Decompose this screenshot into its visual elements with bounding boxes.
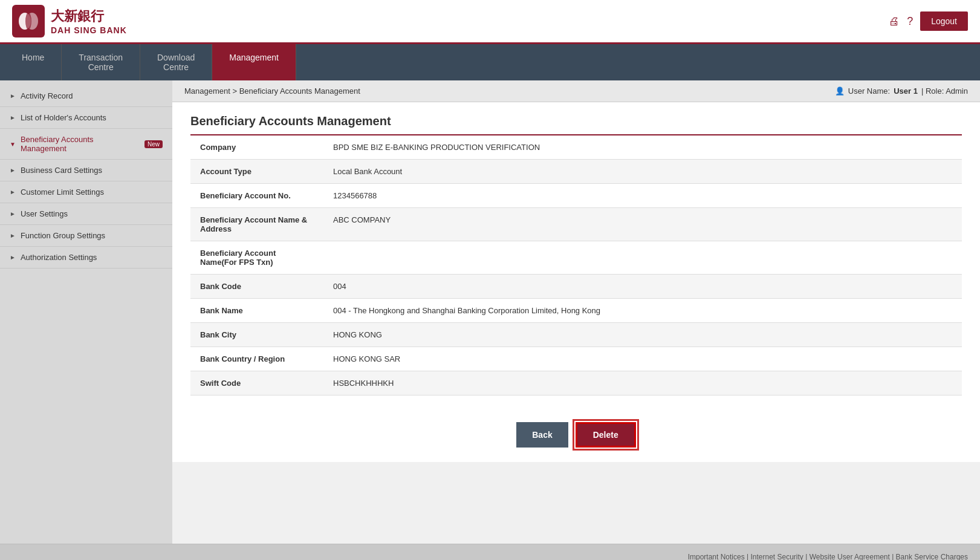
footer-line-1: Important Notices | Internet Security | … [12,553,968,560]
chevron-down-icon: ▼ [10,141,16,148]
field-label: Bank City [190,323,323,347]
user-name-label: User Name: [848,86,890,96]
top-header: 大新銀行 DAH SING BANK 🖨 ? Logout [0,0,980,44]
table-row: Beneficiary Account No.1234566788 [190,184,962,208]
chevron-right-icon: ► [10,93,16,99]
table-row: Account TypeLocal Bank Account [190,160,962,184]
field-value: 1234566788 [323,184,962,208]
back-button[interactable]: Back [516,422,568,448]
print-icon[interactable]: 🖨 [889,15,900,28]
breadcrumb: Management > Beneficiary Accounts Manage… [184,86,360,96]
sidebar: ► Activity Record ► List of Holder's Acc… [0,80,172,544]
table-row: Beneficiary Account Name(For FPS Txn) [190,241,962,275]
table-row: Bank Code004 [190,275,962,299]
user-info: 👤 User Name: User 1 | Role: Admin [835,86,968,96]
new-badge: New [144,140,163,148]
sidebar-item-customer-limit[interactable]: ► Customer Limit Settings [0,181,172,203]
field-value: 004 [323,275,962,299]
table-row: Bank Country / RegionHONG KONG SAR [190,347,962,371]
sidebar-item-authorization[interactable]: ► Authorization Settings [0,247,172,269]
nav-transaction-centre[interactable]: Transaction Centre [62,44,140,80]
sidebar-item-business-card[interactable]: ► Business Card Settings [0,160,172,181]
user-icon: 👤 [835,86,845,96]
button-row: Back Delete [172,408,980,462]
field-label: Account Type [190,160,323,184]
field-value: BPD SME BIZ E-BANKING PRODUCTION VERIFIC… [323,135,962,160]
logo-english: DAH SING BANK [51,25,127,35]
field-label: Company [190,135,323,160]
page-title: Beneficiary Accounts Management [190,114,962,135]
logo-text: 大新銀行 DAH SING BANK [51,7,127,35]
logo-area: 大新銀行 DAH SING BANK [12,5,127,37]
chevron-right-icon: ► [10,189,16,195]
nav-download-centre[interactable]: Download Centre [140,44,212,80]
sidebar-item-function-group[interactable]: ► Function Group Settings [0,225,172,247]
table-row: Bank CityHONG KONG [190,323,962,347]
footer: Important Notices | Internet Security | … [0,544,980,560]
field-value: HONG KONG SAR [323,347,962,371]
field-label: Bank Code [190,275,323,299]
field-value: 004 - The Hongkong and Shanghai Banking … [323,299,962,323]
bank-logo-icon [12,5,45,37]
sidebar-item-list-of-holders[interactable]: ► List of Holder's Accounts [0,107,172,129]
field-value [323,241,962,275]
field-value: HSBCHKHHHKH [323,371,962,396]
user-name-value: User 1 [894,86,918,96]
chevron-right-icon: ► [10,232,16,239]
table-row: Beneficiary Account Name & AddressABC CO… [190,208,962,241]
field-label: Swift Code [190,371,323,396]
help-icon[interactable]: ? [907,15,913,28]
nav-management[interactable]: Management [212,44,296,80]
chevron-right-icon: ► [10,167,16,174]
nav-bar: Home Transaction Centre Download Centre … [0,44,980,80]
main-layout: ► Activity Record ► List of Holder's Acc… [0,80,980,544]
header-actions: 🖨 ? Logout [889,11,968,31]
field-value: ABC COMPANY [323,208,962,241]
table-row: Bank Name004 - The Hongkong and Shanghai… [190,299,962,323]
delete-button[interactable]: Delete [576,422,636,448]
main-content: Management > Beneficiary Accounts Manage… [172,80,980,544]
field-value: HONG KONG [323,323,962,347]
nav-home[interactable]: Home [5,44,62,80]
field-label: Beneficiary Account Name(For FPS Txn) [190,241,323,275]
field-value: Local Bank Account [323,160,962,184]
page-content: Beneficiary Accounts Management CompanyB… [172,102,980,408]
logo-chinese: 大新銀行 [51,7,127,25]
detail-table: CompanyBPD SME BIZ E-BANKING PRODUCTION … [190,135,962,396]
field-label: Bank Name [190,299,323,323]
chevron-right-icon: ► [10,210,16,217]
table-row: Swift CodeHSBCHKHHHKH [190,371,962,396]
user-role: | Role: Admin [921,86,968,96]
svg-point-2 [25,13,31,30]
sidebar-item-activity-record[interactable]: ► Activity Record [0,85,172,107]
breadcrumb-bar: Management > Beneficiary Accounts Manage… [172,80,980,102]
chevron-right-icon: ► [10,114,16,121]
chevron-right-icon: ► [10,254,16,261]
sidebar-item-user-settings[interactable]: ► User Settings [0,203,172,225]
field-label: Beneficiary Account Name & Address [190,208,323,241]
field-label: Bank Country / Region [190,347,323,371]
table-row: CompanyBPD SME BIZ E-BANKING PRODUCTION … [190,135,962,160]
logout-button[interactable]: Logout [920,11,968,31]
field-label: Beneficiary Account No. [190,184,323,208]
sidebar-item-beneficiary-accounts[interactable]: ▼ Beneficiary Accounts Management New [0,129,172,160]
